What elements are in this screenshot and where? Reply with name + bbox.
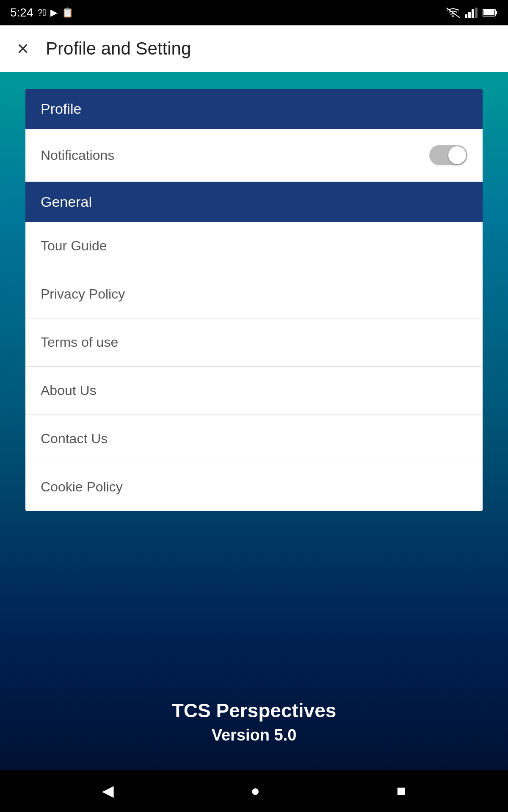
time-display: 5:24: [10, 6, 33, 19]
svg-rect-7: [495, 11, 497, 14]
main-content: Profile Notifications General Tour Guide…: [0, 72, 508, 770]
tour-guide-label: Tour Guide: [41, 238, 107, 254]
status-bar-left: 5:24 ?⃝ ▶ 📋: [10, 6, 73, 19]
cookie-policy-row[interactable]: Cookie Policy: [25, 463, 483, 511]
status-bar: 5:24 ?⃝ ▶ 📋: [0, 0, 508, 25]
about-us-label: About Us: [41, 383, 97, 398]
terms-of-use-label: Terms of use: [41, 335, 118, 350]
page-title: Profile and Setting: [46, 38, 191, 59]
app-name: TCS Perspectives: [0, 699, 508, 722]
notifications-toggle-container[interactable]: [429, 145, 467, 165]
settings-card: Profile Notifications General Tour Guide…: [25, 89, 483, 511]
pocket-casts-icon: ▶: [50, 7, 58, 18]
cookie-policy-label: Cookie Policy: [41, 479, 123, 495]
contact-us-row[interactable]: Contact Us: [25, 415, 483, 463]
wifi-off-icon: [446, 8, 460, 18]
svg-point-0: [452, 15, 454, 17]
general-section-header: General: [25, 182, 483, 222]
home-button[interactable]: ●: [251, 782, 260, 800]
bottom-nav: ◀ ● ■: [0, 770, 508, 812]
tour-guide-row[interactable]: Tour Guide: [25, 222, 483, 270]
svg-rect-4: [472, 9, 474, 18]
status-bar-right: [446, 8, 498, 18]
svg-rect-2: [465, 14, 467, 18]
app-info: TCS Perspectives Version 5.0: [0, 699, 508, 744]
app-version: Version 5.0: [0, 726, 508, 744]
signal-icon: [465, 8, 478, 18]
svg-rect-8: [483, 10, 494, 15]
battery-icon: [483, 8, 498, 17]
notifications-row[interactable]: Notifications: [25, 129, 483, 182]
privacy-policy-label: Privacy Policy: [41, 286, 125, 302]
question-icon: ?⃝: [38, 7, 46, 18]
svg-rect-3: [468, 12, 471, 18]
svg-rect-5: [475, 8, 478, 18]
general-header-text: General: [41, 194, 92, 210]
profile-section-header: Profile: [25, 89, 483, 129]
profile-header-text: Profile: [41, 101, 81, 117]
privacy-policy-row[interactable]: Privacy Policy: [25, 270, 483, 318]
toggle-knob: [448, 146, 466, 164]
recent-button[interactable]: ■: [397, 782, 406, 800]
close-button[interactable]: ×: [17, 38, 29, 59]
contact-us-label: Contact Us: [41, 431, 108, 447]
clipboard-icon: 📋: [62, 7, 73, 18]
about-us-row[interactable]: About Us: [25, 367, 483, 415]
back-button[interactable]: ◀: [102, 782, 114, 800]
notifications-toggle[interactable]: [429, 145, 467, 165]
notifications-label: Notifications: [41, 148, 114, 163]
terms-of-use-row[interactable]: Terms of use: [25, 318, 483, 367]
nav-bar: × Profile and Setting: [0, 25, 508, 72]
